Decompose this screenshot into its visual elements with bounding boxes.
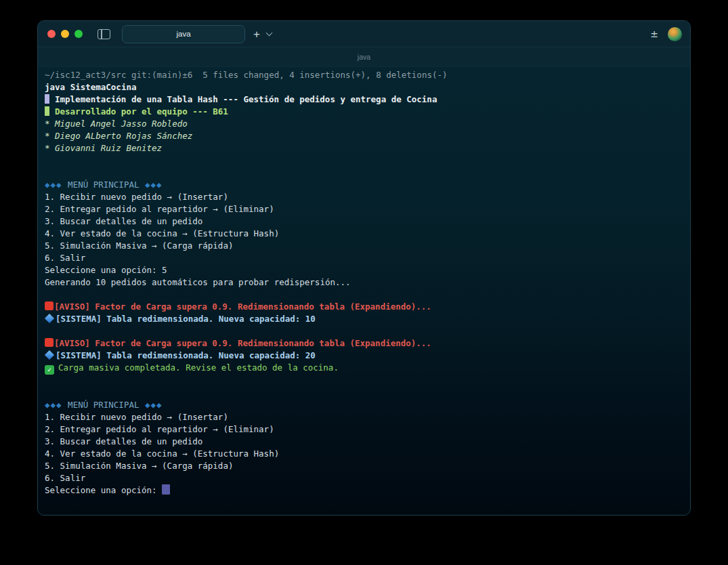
terminal-text: 6. Salir — [45, 253, 85, 263]
terminal-line: [SISTEMA] Tabla redimensionada. Nueva ca… — [45, 313, 685, 325]
pane-title-label: java — [358, 53, 370, 61]
terminal-line: 5. Simulación Masiva → (Carga rápida) — [45, 240, 685, 252]
terminal-line: 1. Recibir nuevo pedido → (Insertar) — [45, 191, 685, 203]
terminal-text: 3. Buscar detalles de un pedido — [45, 436, 202, 446]
terminal-text: * Diego ALberto Rojas Sánchez — [45, 131, 192, 141]
terminal-text: 2. Entregar pedido al repartidor → (Elim… — [45, 424, 274, 434]
tab-bar: java + ± — [38, 21, 690, 47]
blue-diamonds-icon: ◆◆◆ — [139, 400, 162, 410]
terminal-line: 5. Simulación Masiva → (Carga rápida) — [45, 460, 685, 472]
terminal-text: Carga masiva completada. Revise el estad… — [58, 362, 339, 373]
terminal-text: MENÚ PRINCIPAL — [68, 400, 139, 410]
terminal-line: 6. Salir — [45, 252, 685, 264]
terminal-line: Desarrollado por el equipo --- B61 — [45, 106, 685, 118]
terminal-line: * Miguel Angel Jasso Robledo — [45, 118, 685, 130]
terminal-text: 4. Ver estado de la cocina → (Estructura… — [45, 448, 279, 459]
system-icon — [45, 350, 54, 360]
terminal-line: 2. Entregar pedido al repartidor → (Elim… — [45, 203, 685, 215]
terminal-line: ◆◆◆ MENÚ PRINCIPAL ◆◆◆ — [45, 179, 685, 191]
terminal-line: java SistemaCocina — [45, 81, 685, 93]
terminal-line: 3. Buscar detalles de un pedido — [45, 436, 685, 448]
blue-diamonds-icon: ◆◆◆ — [45, 180, 68, 190]
terminal-line: 1. Recibir nuevo pedido → (Insertar) — [45, 411, 685, 423]
warning-icon — [45, 301, 53, 310]
terminal-text: [AVISO] Factor de Carga supera 0.9. Redi… — [54, 301, 431, 312]
terminal-text: 5. Simulación Masiva → (Carga rápida) — [45, 240, 233, 251]
terminal-text: [AVISO] Factor de Carga supera 0.9. Redi… — [54, 338, 431, 348]
maximize-button[interactable] — [74, 30, 83, 38]
terminal-text: 1. Recibir nuevo pedido → (Insertar) — [45, 412, 228, 422]
sidebar-toggle-icon[interactable] — [98, 29, 110, 39]
terminal-text: 1. Recibir nuevo pedido → (Insertar) — [45, 192, 228, 202]
terminal-line: [AVISO] Factor de Carga supera 0.9. Redi… — [45, 301, 685, 313]
terminal-line: Seleccione una opción: 5 — [45, 264, 685, 276]
terminal-line: Carga masiva completada. Revise el estad… — [45, 362, 685, 375]
terminal-line: Generando 10 pedidos automáticos para pr… — [45, 276, 685, 289]
warning-icon — [45, 338, 53, 347]
terminal-window: java + ± java ~/isc12_act3/src git:(main… — [37, 20, 691, 516]
blue-diamonds-icon: ◆◆◆ — [139, 180, 162, 190]
terminal-line — [45, 387, 685, 399]
terminal-line: * Diego ALberto Rojas Sánchez — [45, 130, 685, 142]
terminal-text: Generando 10 pedidos automáticos para pr… — [45, 277, 351, 287]
terminal-text: 5. Simulación Masiva → (Carga rápida) — [45, 461, 233, 471]
plus-minus-icon[interactable]: ± — [650, 28, 658, 39]
terminal-content[interactable]: ~/isc12_act3/src git:(main)±6 5 files ch… — [38, 67, 690, 516]
terminal-line: Implementación de una Tabla Hash --- Ges… — [45, 93, 685, 106]
terminal-line — [45, 167, 685, 179]
terminal-cursor[interactable] — [162, 484, 170, 495]
purple-accent-bar — [45, 94, 49, 104]
terminal-line: ~/isc12_act3/src git:(main)±6 5 files ch… — [45, 69, 685, 81]
terminal-text: [SISTEMA] Tabla redimensionada. Nueva ca… — [56, 350, 316, 360]
terminal-text: 6. Salir — [45, 473, 85, 483]
terminal-text: * Miguel Angel Jasso Robledo — [45, 119, 188, 129]
terminal-text: 2. Entregar pedido al repartidor → (Elim… — [45, 204, 274, 214]
terminal-line: Seleccione una opción: — [45, 484, 685, 497]
terminal-line: 4. Ver estado de la cocina → (Estructura… — [45, 448, 685, 460]
terminal-line — [45, 375, 685, 387]
terminal-line: 6. Salir — [45, 472, 685, 484]
terminal-text: Implementación de una Tabla Hash --- Ges… — [55, 94, 437, 104]
terminal-line — [45, 154, 685, 167]
terminal-line: * Giovanni Ruiz Benitez — [45, 142, 685, 154]
terminal-line — [45, 325, 685, 337]
terminal-line: ◆◆◆ MENÚ PRINCIPAL ◆◆◆ — [45, 399, 685, 411]
terminal-text: ~/isc12_act3/src git:(main)±6 5 files ch… — [45, 70, 448, 80]
terminal-text: 3. Buscar detalles de un pedido — [45, 216, 202, 226]
tab-label: java — [176, 30, 190, 38]
terminal-line: [AVISO] Factor de Carga supera 0.9. Redi… — [45, 337, 685, 350]
tab-java[interactable]: java — [122, 25, 245, 43]
terminal-text: [SISTEMA] Tabla redimensionada. Nueva ca… — [56, 314, 316, 324]
pane-title-bar: java — [38, 47, 690, 67]
blue-diamonds-icon: ◆◆◆ — [45, 400, 68, 410]
traffic-lights — [47, 30, 83, 38]
green-accent-bar — [45, 106, 49, 116]
terminal-line — [45, 289, 685, 301]
terminal-text: 4. Ver estado de la cocina → (Estructura… — [45, 228, 279, 238]
terminal-line: [SISTEMA] Tabla redimensionada. Nueva ca… — [45, 350, 685, 362]
success-check-icon — [45, 365, 54, 375]
terminal-text: * Giovanni Ruiz Benitez — [45, 143, 162, 153]
chevron-down-icon[interactable] — [265, 30, 272, 37]
terminal-line: 2. Entregar pedido al repartidor → (Elim… — [45, 423, 685, 436]
new-tab-button[interactable]: + — [253, 28, 260, 40]
minimize-button[interactable] — [61, 30, 69, 38]
terminal-text: Seleccione una opción: — [45, 485, 162, 495]
terminal-text: java SistemaCocina — [45, 82, 136, 92]
terminal-line: 3. Buscar detalles de un pedido — [45, 215, 685, 228]
terminal-line: 4. Ver estado de la cocina → (Estructura… — [45, 228, 685, 240]
system-icon — [45, 314, 54, 323]
terminal-text: Seleccione una opción: 5 — [45, 265, 167, 275]
terminal-text: MENÚ PRINCIPAL — [68, 180, 139, 190]
close-button[interactable] — [47, 30, 56, 38]
avatar[interactable] — [668, 27, 682, 41]
terminal-text: Desarrollado por el equipo --- B61 — [55, 106, 228, 117]
